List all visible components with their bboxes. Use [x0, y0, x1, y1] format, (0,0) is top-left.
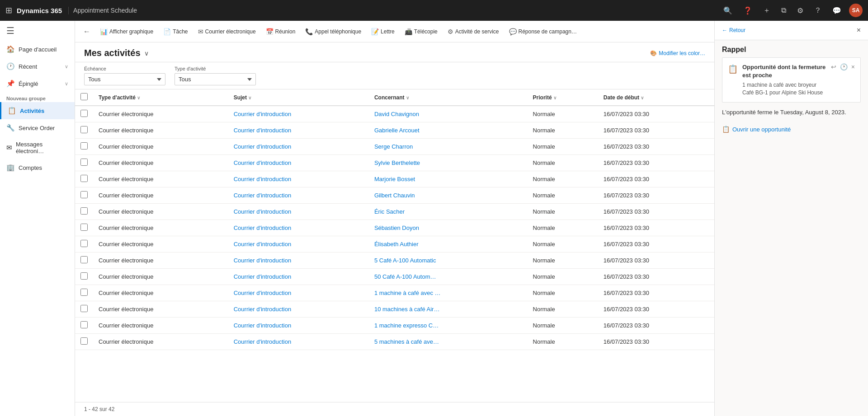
- sidebar-hamburger[interactable]: ☰: [0, 21, 75, 41]
- row-checkbox-cell[interactable]: [75, 334, 93, 350]
- row-checkbox-cell[interactable]: [75, 220, 93, 236]
- row-concernant[interactable]: 5 machines à café ave…: [369, 334, 528, 350]
- row-checkbox-cell[interactable]: [75, 318, 93, 334]
- card-snooze-icon[interactable]: 🕐: [840, 63, 848, 70]
- sidebar-item-epingle[interactable]: 📌 Épinglé ∨: [0, 75, 75, 92]
- col-priorite[interactable]: Priorité∨: [528, 89, 598, 106]
- activite-service-button[interactable]: ⚙ Activité de service: [443, 26, 503, 37]
- reunion-button[interactable]: 📅 Réunion: [262, 26, 300, 37]
- filter-icon[interactable]: ⧉: [778, 5, 789, 16]
- row-sujet[interactable]: Courrier d'introduction: [228, 318, 369, 334]
- row-checkbox-cell[interactable]: [75, 236, 93, 252]
- waffle-icon[interactable]: ⊞: [5, 5, 12, 15]
- row-checkbox-cell[interactable]: [75, 301, 93, 318]
- select-all-checkbox[interactable]: [80, 93, 88, 100]
- row-sujet[interactable]: Courrier d'introduction: [228, 301, 369, 318]
- modifier-colors-button[interactable]: 🎨 Modifier les color…: [650, 50, 705, 56]
- tache-button[interactable]: 📄 Tâche: [159, 26, 192, 37]
- page-title-caret-icon[interactable]: ∨: [144, 50, 149, 57]
- back-button[interactable]: ←: [80, 25, 94, 38]
- add-icon[interactable]: ＋: [760, 4, 774, 17]
- row-select-checkbox[interactable]: [80, 256, 88, 263]
- row-concernant[interactable]: Élisabeth Authier: [369, 236, 528, 252]
- sidebar-item-accueil[interactable]: 🏠 Page d'accueil: [0, 41, 75, 58]
- row-checkbox-cell[interactable]: [75, 106, 93, 122]
- chat-icon[interactable]: 💬: [829, 5, 844, 17]
- row-concernant[interactable]: Serge Charron: [369, 139, 528, 155]
- reponse-button[interactable]: 💬 Réponse de campagn…: [505, 26, 581, 37]
- row-select-checkbox[interactable]: [80, 289, 88, 296]
- select-all-header[interactable]: [75, 89, 93, 106]
- row-sujet[interactable]: Courrier d'introduction: [228, 155, 369, 171]
- sidebar-item-messages[interactable]: ✉ Messages électroni…: [0, 136, 75, 159]
- row-checkbox-cell[interactable]: [75, 252, 93, 269]
- row-sujet[interactable]: Courrier d'introduction: [228, 236, 369, 252]
- appel-button[interactable]: 📞 Appel téléphonique: [301, 26, 365, 37]
- col-date[interactable]: Date de début∨: [598, 89, 714, 106]
- row-checkbox-cell[interactable]: [75, 122, 93, 139]
- row-select-checkbox[interactable]: [80, 224, 88, 231]
- row-concernant[interactable]: 1 machine expresso C…: [369, 318, 528, 334]
- row-sujet[interactable]: Courrier d'introduction: [228, 252, 369, 269]
- sidebar-item-comptes[interactable]: 🏢 Comptes: [0, 159, 75, 176]
- search-icon[interactable]: 🔍: [720, 5, 736, 17]
- settings-icon[interactable]: ⚙: [794, 5, 807, 17]
- row-checkbox-cell[interactable]: [75, 139, 93, 155]
- row-sujet[interactable]: Courrier d'introduction: [228, 171, 369, 187]
- telecopie-button[interactable]: 📠 Télécopie: [401, 26, 442, 37]
- row-concernant[interactable]: 10 machines à café Air…: [369, 301, 528, 318]
- row-select-checkbox[interactable]: [80, 191, 88, 198]
- col-sujet[interactable]: Sujet∨: [228, 89, 369, 106]
- courrier-button[interactable]: ✉ Courrier électronique: [194, 26, 260, 37]
- row-sujet[interactable]: Courrier d'introduction: [228, 139, 369, 155]
- col-type[interactable]: Type d'activité∨: [93, 89, 228, 106]
- row-checkbox-cell[interactable]: [75, 187, 93, 204]
- card-close-icon[interactable]: ×: [851, 63, 855, 70]
- help-circle-icon[interactable]: ❓: [740, 5, 755, 17]
- row-concernant[interactable]: Sylvie Berthelette: [369, 155, 528, 171]
- row-select-checkbox[interactable]: [80, 126, 88, 133]
- lettre-button[interactable]: 📝 Lettre: [367, 26, 399, 37]
- row-concernant[interactable]: Gabrielle Arcouet: [369, 122, 528, 139]
- row-sujet[interactable]: Courrier d'introduction: [228, 106, 369, 122]
- row-concernant[interactable]: David Chavignon: [369, 106, 528, 122]
- row-sujet[interactable]: Courrier d'introduction: [228, 220, 369, 236]
- row-concernant[interactable]: Éric Sacher: [369, 204, 528, 220]
- row-checkbox-cell[interactable]: [75, 171, 93, 187]
- help-icon[interactable]: ？: [811, 4, 825, 17]
- filter-type-select[interactable]: Tous: [175, 73, 256, 85]
- row-checkbox-cell[interactable]: [75, 285, 93, 301]
- row-sujet[interactable]: Courrier d'introduction: [228, 187, 369, 204]
- row-concernant[interactable]: 5 Café A-100 Automatic: [369, 252, 528, 269]
- row-concernant[interactable]: 1 machine à café avec …: [369, 285, 528, 301]
- row-checkbox-cell[interactable]: [75, 204, 93, 220]
- side-panel-close-button[interactable]: ×: [857, 26, 861, 34]
- row-select-checkbox[interactable]: [80, 321, 88, 328]
- row-select-checkbox[interactable]: [80, 142, 88, 150]
- user-avatar[interactable]: SA: [849, 4, 863, 17]
- row-select-checkbox[interactable]: [80, 110, 88, 117]
- row-select-checkbox[interactable]: [80, 159, 88, 166]
- row-sujet[interactable]: Courrier d'introduction: [228, 122, 369, 139]
- row-select-checkbox[interactable]: [80, 272, 88, 280]
- row-concernant[interactable]: Sébastien Doyon: [369, 220, 528, 236]
- sidebar-item-service-order[interactable]: 🔧 Service Order: [0, 119, 75, 136]
- open-opportunity-button[interactable]: Ouvrir une opportunité: [732, 126, 791, 133]
- row-sujet[interactable]: Courrier d'introduction: [228, 204, 369, 220]
- row-sujet[interactable]: Courrier d'introduction: [228, 285, 369, 301]
- row-checkbox-cell[interactable]: [75, 155, 93, 171]
- col-concernant[interactable]: Concernant∨: [369, 89, 528, 106]
- row-concernant[interactable]: Marjorie Bosset: [369, 171, 528, 187]
- filter-echeance-select[interactable]: Tous: [84, 73, 165, 85]
- row-sujet[interactable]: Courrier d'introduction: [228, 334, 369, 350]
- afficher-graphique-button[interactable]: 📊 Afficher graphique: [96, 26, 157, 37]
- row-select-checkbox[interactable]: [80, 240, 88, 247]
- row-concernant[interactable]: Gilbert Chauvin: [369, 187, 528, 204]
- sidebar-item-recent[interactable]: 🕐 Récent ∨: [0, 58, 75, 75]
- side-panel-back-button[interactable]: ← Retour: [722, 27, 745, 33]
- card-reply-icon[interactable]: ↩: [831, 63, 836, 70]
- row-select-checkbox[interactable]: [80, 207, 88, 215]
- row-select-checkbox[interactable]: [80, 305, 88, 312]
- row-concernant[interactable]: 50 Café A-100 Autom…: [369, 269, 528, 285]
- row-checkbox-cell[interactable]: [75, 269, 93, 285]
